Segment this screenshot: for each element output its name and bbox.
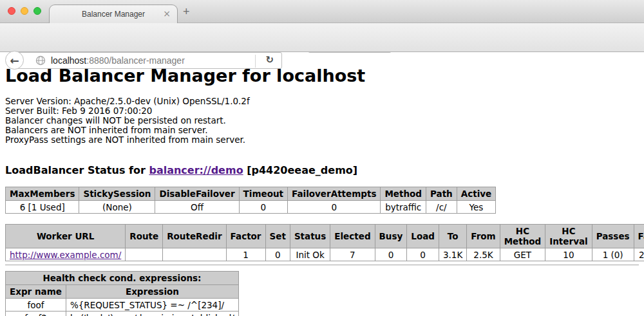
col-route: Route bbox=[126, 225, 163, 248]
col-busy: Busy bbox=[375, 225, 407, 248]
col-maxmembers: MaxMembers bbox=[6, 187, 79, 201]
table-row: foof2 hc('body') =~ /domain is establish… bbox=[6, 311, 239, 316]
col-routeredir: RouteRedir bbox=[163, 225, 226, 248]
section-divider bbox=[5, 265, 639, 266]
balancer-demo-link[interactable]: balancer://demo bbox=[149, 164, 243, 176]
server-built-line: Server Built: Feb 9 2016 07:00:20 bbox=[5, 106, 639, 116]
persist-notice-line: Balancer changes will NOT be persisted o… bbox=[5, 116, 639, 125]
reload-icon[interactable]: ↻ bbox=[265, 54, 274, 66]
cell-busy: 0 bbox=[375, 248, 407, 261]
table-row: foof %{REQUEST_STATUS} =~ /^[234]/ bbox=[6, 299, 239, 311]
window-titlebar: Balancer Manager × + bbox=[0, 0, 644, 23]
col-expression: Expression bbox=[66, 285, 238, 299]
col-to: To bbox=[439, 225, 466, 248]
col-stickysession: StickySession bbox=[79, 187, 155, 201]
cell-maxmembers: 6 [1 Used] bbox=[6, 201, 79, 214]
cell-expr-name: foof bbox=[6, 299, 66, 311]
urlbar-separator bbox=[255, 55, 256, 68]
status-prefix: LoadBalancer Status for bbox=[5, 164, 149, 176]
worker-url-link[interactable]: http://www.example.com/ bbox=[10, 250, 121, 260]
cell-load: 0 bbox=[407, 248, 439, 261]
cell-from: 2.5K bbox=[467, 248, 500, 261]
cell-set: 0 bbox=[265, 248, 290, 261]
cell-fails: 2 (0) bbox=[634, 248, 644, 261]
server-info-block: Server Version: Apache/2.5.0-dev (Unix) … bbox=[5, 97, 639, 145]
cell-passes: 1 (0) bbox=[592, 248, 634, 261]
cell-expression: hc('body') =~ /domain is established/ bbox=[66, 311, 238, 316]
col-timeout: Timeout bbox=[239, 187, 287, 201]
navigation-toolbar: ← localhost:8880/balancer-manager ↻ ☆ bbox=[0, 23, 644, 52]
table-header-row: Worker URL Route RouteRedir Factor Set S… bbox=[6, 225, 644, 248]
col-expr-name: Expr name bbox=[6, 285, 66, 299]
table-header-row: MaxMembers StickySession DisableFailover… bbox=[6, 187, 496, 201]
cell-route bbox=[126, 248, 163, 261]
health-table-title: Health check cond. expressions: bbox=[6, 272, 239, 285]
inherit-notice-line: Balancers are NOT inherited from main se… bbox=[5, 125, 639, 135]
table-row: 6 [1 Used] (None) Off 0 0 bytraffic /c/ … bbox=[6, 201, 496, 214]
url-text: localhost:8880/balancer-manager bbox=[51, 55, 185, 66]
cell-hc-interval: 10 bbox=[545, 248, 592, 261]
server-version-line: Server Version: Apache/2.5.0-dev (Unix) … bbox=[5, 97, 639, 106]
cell-path: /c/ bbox=[426, 201, 457, 214]
col-factor: Factor bbox=[226, 225, 265, 248]
col-set: Set bbox=[265, 225, 290, 248]
col-hc-interval: HC Interval bbox=[545, 225, 592, 248]
table-row: http://www.example.com/ 1 0 Init Ok 7 0 … bbox=[6, 248, 644, 261]
col-hc-method: HC Method bbox=[500, 225, 545, 248]
col-path: Path bbox=[426, 187, 457, 201]
cell-stickysession: (None) bbox=[79, 201, 155, 214]
cell-method: bytraffic bbox=[381, 201, 426, 214]
col-passes: Passes bbox=[592, 225, 634, 248]
cell-elected: 7 bbox=[330, 248, 375, 261]
cell-expr-name: foof2 bbox=[6, 311, 66, 316]
tab-title: Balancer Manager bbox=[82, 10, 145, 19]
cell-worker-url: http://www.example.com/ bbox=[6, 248, 126, 261]
minimize-window-button[interactable] bbox=[21, 7, 28, 15]
table-header-row: Expr name Expression bbox=[6, 285, 239, 299]
table-title-row: Health check cond. expressions: bbox=[6, 272, 239, 285]
tab-balancer-manager[interactable]: Balancer Manager × bbox=[49, 5, 178, 23]
col-elected: Elected bbox=[330, 225, 375, 248]
health-check-expressions-table: Health check cond. expressions: Expr nam… bbox=[5, 271, 239, 316]
col-active: Active bbox=[457, 187, 496, 201]
cell-expression: %{REQUEST_STATUS} =~ /^[234]/ bbox=[66, 299, 238, 311]
back-button[interactable]: ← bbox=[5, 51, 24, 70]
cell-active: Yes bbox=[457, 201, 496, 214]
cell-failoverattempts: 0 bbox=[288, 201, 381, 214]
cell-factor: 1 bbox=[226, 248, 265, 261]
url-path: :8880/balancer-manager bbox=[86, 55, 185, 66]
cell-timeout: 0 bbox=[239, 201, 287, 214]
col-method: Method bbox=[381, 187, 426, 201]
col-load: Load bbox=[407, 225, 439, 248]
col-disablefailover: DisableFailover bbox=[155, 187, 239, 201]
cell-disablefailover: Off bbox=[155, 201, 239, 214]
site-identity-globe-icon bbox=[35, 55, 46, 66]
worker-status-table: Worker URL Route RouteRedir Factor Set S… bbox=[5, 224, 644, 261]
zoom-window-button[interactable] bbox=[33, 7, 41, 15]
page-content: Load Balancer Manager for localhost Serv… bbox=[0, 53, 644, 316]
cell-hc-method: GET bbox=[500, 248, 545, 261]
cell-to: 3.1K bbox=[439, 248, 466, 261]
balancer-settings-table: MaxMembers StickySession DisableFailover… bbox=[5, 187, 496, 214]
new-tab-button[interactable]: + bbox=[183, 5, 190, 19]
col-from: From bbox=[467, 225, 500, 248]
col-fails: Fails bbox=[634, 225, 644, 248]
tab-close-icon[interactable]: × bbox=[163, 8, 171, 19]
col-status: Status bbox=[290, 225, 330, 248]
cell-routeredir bbox=[163, 248, 226, 261]
loadbalancer-status-heading: LoadBalancer Status for balancer://demo … bbox=[5, 164, 639, 176]
col-worker-url: Worker URL bbox=[6, 225, 126, 248]
col-failoverattempts: FailoverAttempts bbox=[288, 187, 381, 201]
url-bar[interactable]: localhost:8880/balancer-manager ↻ bbox=[15, 52, 282, 69]
cell-status: Init Ok bbox=[290, 248, 330, 261]
url-domain: localhost bbox=[51, 55, 86, 66]
proxypass-notice-line: ProxyPass settings are NOT inherited fro… bbox=[5, 135, 639, 145]
close-window-button[interactable] bbox=[8, 7, 15, 15]
status-suffix: [p4420eeae_demo] bbox=[243, 164, 358, 176]
